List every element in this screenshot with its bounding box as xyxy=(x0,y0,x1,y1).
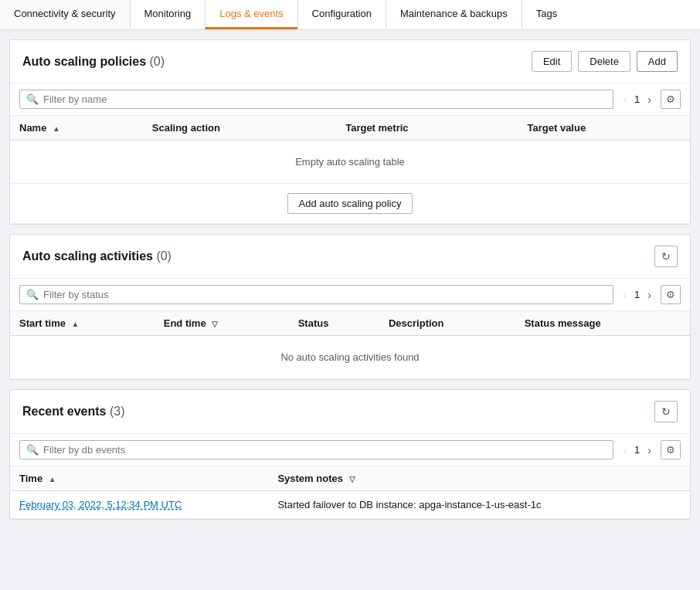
column-settings-button[interactable]: ⚙ xyxy=(661,90,681,109)
recent-events-table: Time ▲ System notes ▽ February 03, 2022,… xyxy=(10,466,690,519)
prev-page-button-activities[interactable]: ‹ xyxy=(620,287,630,303)
system-notes-sort-icon: ▽ xyxy=(349,475,355,483)
events-column-settings-button[interactable]: ⚙ xyxy=(661,440,681,459)
tab-monitoring[interactable]: Monitoring xyxy=(130,0,206,29)
start-time-sort-icon: ▲ xyxy=(72,320,80,328)
col-time: Time ▲ xyxy=(10,466,268,491)
col-start-time: Start time ▲ xyxy=(10,311,155,336)
auto-scaling-policies-pagination: ‹ 1 › xyxy=(620,92,654,107)
auto-scaling-policies-header: Auto scaling policies (0) Edit Delete Ad… xyxy=(10,40,690,83)
auto-scaling-activities-section: Auto scaling activities (0) ↻ 🔍 ‹ 1 › ⚙ xyxy=(9,234,691,380)
auto-scaling-activities-search-wrapper[interactable]: 🔍 xyxy=(19,285,613,304)
next-page-button[interactable]: › xyxy=(644,92,654,107)
auto-scaling-policies-filter-bar: 🔍 ‹ 1 › ⚙ xyxy=(10,83,690,116)
col-target-metric: Target metric xyxy=(336,116,518,141)
auto-scaling-activities-table: Start time ▲ End time ▽ Status Descripti… xyxy=(10,311,690,379)
empty-table-row: Empty auto scaling table xyxy=(10,141,690,184)
auto-scaling-activities-header: Auto scaling activities (0) ↻ xyxy=(10,235,690,279)
add-policy-row: Add auto scaling policy xyxy=(10,184,690,224)
col-system-notes: System notes ▽ xyxy=(268,466,690,491)
tabs-bar: Connectivity & security Monitoring Logs … xyxy=(0,0,700,30)
col-scaling-action: Scaling action xyxy=(143,116,336,141)
col-name: Name ▲ xyxy=(10,116,143,141)
search-icon: 🔍 xyxy=(26,289,39,300)
col-target-value: Target value xyxy=(518,116,690,141)
auto-scaling-policies-table: Name ▲ Scaling action Target metric Targ… xyxy=(10,116,690,224)
recent-events-search-wrapper[interactable]: 🔍 xyxy=(19,440,613,459)
auto-scaling-policies-search-wrapper[interactable]: 🔍 xyxy=(19,90,613,109)
delete-button[interactable]: Delete xyxy=(578,51,630,72)
main-content: Auto scaling policies (0) Edit Delete Ad… xyxy=(0,39,700,520)
tab-tags[interactable]: Tags xyxy=(522,0,571,29)
event-notes-cell: Started failover to DB instance: apga-in… xyxy=(268,491,690,519)
auto-scaling-activities-filter-bar: 🔍 ‹ 1 › ⚙ xyxy=(10,279,690,311)
tab-logs-events[interactable]: Logs & events xyxy=(205,0,297,29)
event-time-link[interactable]: February 03, 2022, 5:12:34 PM UTC xyxy=(19,499,182,510)
time-sort-icon: ▲ xyxy=(49,475,56,483)
search-icon: 🔍 xyxy=(26,93,39,105)
end-time-sort-icon: ▽ xyxy=(212,320,218,328)
auto-scaling-policies-search-input[interactable] xyxy=(43,93,607,105)
auto-scaling-activities-pagination: ‹ 1 › xyxy=(620,287,654,303)
col-description: Description xyxy=(379,311,515,336)
auto-scaling-activities-search-input[interactable] xyxy=(43,289,607,300)
add-auto-scaling-policy-button[interactable]: Add auto scaling policy xyxy=(287,193,413,214)
table-header-row: Name ▲ Scaling action Target metric Targ… xyxy=(10,116,690,141)
recent-events-section: Recent events (3) ↻ 🔍 ‹ 1 › ⚙ xyxy=(9,389,691,520)
recent-events-search-input[interactable] xyxy=(43,444,607,456)
refresh-events-button[interactable]: ↻ xyxy=(654,401,678,422)
recent-events-title: Recent events (3) xyxy=(22,405,125,419)
tab-maintenance-backups[interactable]: Maintenance & backups xyxy=(386,0,522,29)
col-status: Status xyxy=(289,311,379,336)
activities-column-settings-button[interactable]: ⚙ xyxy=(661,285,681,304)
col-status-message: Status message xyxy=(515,311,690,336)
auto-scaling-activities-actions: ↻ xyxy=(654,246,678,267)
tab-connectivity[interactable]: Connectivity & security xyxy=(0,0,130,29)
refresh-activities-button[interactable]: ↻ xyxy=(654,246,678,267)
name-sort-icon: ▲ xyxy=(53,124,60,133)
auto-scaling-policies-actions: Edit Delete Add xyxy=(532,51,678,72)
next-page-button-events[interactable]: › xyxy=(644,442,654,458)
edit-button[interactable]: Edit xyxy=(532,51,572,72)
table-row: February 03, 2022, 5:12:34 PM UTC Starte… xyxy=(10,491,690,519)
search-icon: 🔍 xyxy=(26,444,39,456)
recent-events-pagination: ‹ 1 › xyxy=(620,442,654,458)
next-page-button-activities[interactable]: › xyxy=(644,287,654,303)
recent-events-actions: ↻ xyxy=(654,401,678,422)
tab-configuration[interactable]: Configuration xyxy=(297,0,386,29)
prev-page-button[interactable]: ‹ xyxy=(620,92,630,107)
activities-empty-row: No auto scaling activities found xyxy=(10,336,690,379)
recent-events-filter-bar: 🔍 ‹ 1 › ⚙ xyxy=(10,434,690,466)
activities-table-header-row: Start time ▲ End time ▽ Status Descripti… xyxy=(10,311,690,336)
add-button[interactable]: Add xyxy=(637,51,678,72)
event-time-cell: February 03, 2022, 5:12:34 PM UTC xyxy=(10,491,268,519)
col-end-time: End time ▽ xyxy=(155,311,289,336)
prev-page-button-events[interactable]: ‹ xyxy=(620,442,630,458)
auto-scaling-policies-section: Auto scaling policies (0) Edit Delete Ad… xyxy=(9,39,691,225)
auto-scaling-activities-title: Auto scaling activities (0) xyxy=(22,249,172,263)
recent-events-header: Recent events (3) ↻ xyxy=(10,390,690,434)
events-table-header-row: Time ▲ System notes ▽ xyxy=(10,466,690,491)
auto-scaling-policies-title: Auto scaling policies (0) xyxy=(22,55,165,69)
